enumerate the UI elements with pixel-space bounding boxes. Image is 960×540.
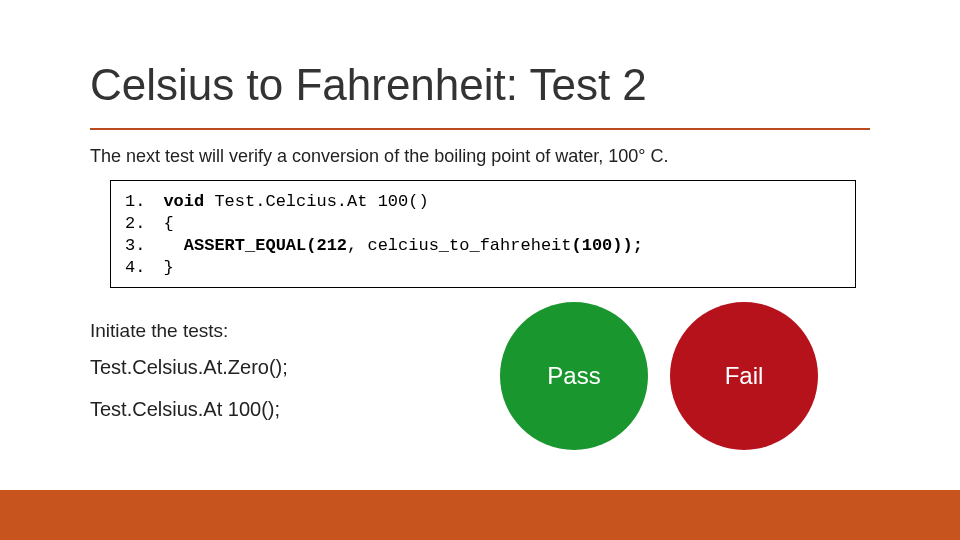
code-literal-100: 100 (582, 236, 613, 255)
pass-label: Pass (547, 362, 600, 390)
code-assert: ASSERT_EQUAL(212 (184, 236, 347, 255)
bottom-accent-bar (0, 490, 960, 540)
test-call-zero: Test.Celsius.At.Zero(); (90, 356, 288, 379)
pass-badge: Pass (500, 302, 648, 450)
code-body: void Test.Celcius.At 100() { ASSERT_EQUA… (163, 191, 643, 277)
code-keyword-void: void (163, 192, 204, 211)
code-line-numbers: 1. 2. 3. 4. (125, 191, 145, 277)
subtitle-text: The next test will verify a conversion o… (90, 146, 669, 167)
code-box: 1. 2. 3. 4. void Test.Celcius.At 100() {… (110, 180, 856, 288)
fail-label: Fail (725, 362, 764, 390)
fail-badge: Fail (670, 302, 818, 450)
initiate-label: Initiate the tests: (90, 320, 228, 342)
title-underline (90, 128, 870, 130)
test-call-100: Test.Celsius.At 100(); (90, 398, 280, 421)
slide: Celsius to Fahrenheit: Test 2 The next t… (0, 0, 960, 540)
slide-title: Celsius to Fahrenheit: Test 2 (90, 60, 647, 110)
